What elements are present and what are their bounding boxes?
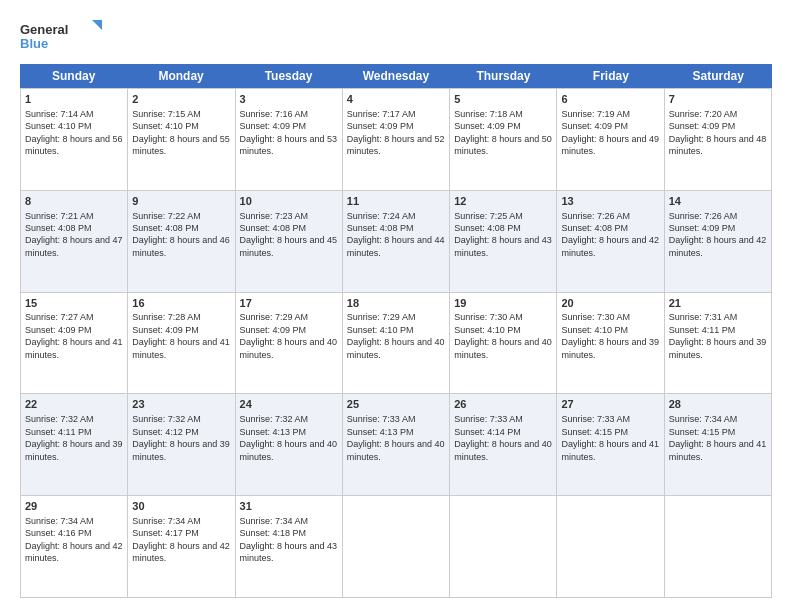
day-cell-4: 4Sunrise: 7:17 AMSunset: 4:09 PMDaylight… [343, 89, 450, 190]
sunrise-info: Sunrise: 7:31 AM [669, 312, 738, 322]
daylight-info: Daylight: 8 hours and 46 minutes. [132, 235, 230, 257]
daylight-info: Daylight: 8 hours and 39 minutes. [132, 439, 230, 461]
sunset-info: Sunset: 4:09 PM [561, 121, 628, 131]
empty-cell [450, 496, 557, 597]
daylight-info: Daylight: 8 hours and 40 minutes. [347, 439, 445, 461]
day-number: 3 [240, 92, 338, 107]
empty-cell [665, 496, 772, 597]
sunrise-info: Sunrise: 7:34 AM [669, 414, 738, 424]
sunset-info: Sunset: 4:08 PM [454, 223, 521, 233]
day-number: 7 [669, 92, 767, 107]
sunrise-info: Sunrise: 7:29 AM [347, 312, 416, 322]
day-number: 9 [132, 194, 230, 209]
day-number: 6 [561, 92, 659, 107]
sunrise-info: Sunrise: 7:30 AM [561, 312, 630, 322]
day-cell-8: 8Sunrise: 7:21 AMSunset: 4:08 PMDaylight… [21, 191, 128, 292]
daylight-info: Daylight: 8 hours and 41 minutes. [25, 337, 123, 359]
day-cell-27: 27Sunrise: 7:33 AMSunset: 4:15 PMDayligh… [557, 394, 664, 495]
daylight-info: Daylight: 8 hours and 41 minutes. [669, 439, 767, 461]
day-number: 10 [240, 194, 338, 209]
day-cell-28: 28Sunrise: 7:34 AMSunset: 4:15 PMDayligh… [665, 394, 772, 495]
day-cell-2: 2Sunrise: 7:15 AMSunset: 4:10 PMDaylight… [128, 89, 235, 190]
sunset-info: Sunset: 4:15 PM [561, 427, 628, 437]
sunrise-info: Sunrise: 7:26 AM [669, 211, 738, 221]
weekday-header-sunday: Sunday [20, 64, 127, 88]
day-cell-6: 6Sunrise: 7:19 AMSunset: 4:09 PMDaylight… [557, 89, 664, 190]
calendar-row-1: 1Sunrise: 7:14 AMSunset: 4:10 PMDaylight… [20, 88, 772, 190]
day-number: 18 [347, 296, 445, 311]
day-number: 25 [347, 397, 445, 412]
day-cell-31: 31Sunrise: 7:34 AMSunset: 4:18 PMDayligh… [236, 496, 343, 597]
day-number: 11 [347, 194, 445, 209]
daylight-info: Daylight: 8 hours and 42 minutes. [132, 541, 230, 563]
daylight-info: Daylight: 8 hours and 39 minutes. [669, 337, 767, 359]
sunset-info: Sunset: 4:09 PM [132, 325, 199, 335]
calendar-row-3: 15Sunrise: 7:27 AMSunset: 4:09 PMDayligh… [20, 292, 772, 394]
daylight-info: Daylight: 8 hours and 39 minutes. [561, 337, 659, 359]
sunrise-info: Sunrise: 7:21 AM [25, 211, 94, 221]
day-number: 14 [669, 194, 767, 209]
daylight-info: Daylight: 8 hours and 41 minutes. [561, 439, 659, 461]
sunrise-info: Sunrise: 7:34 AM [132, 516, 201, 526]
day-cell-12: 12Sunrise: 7:25 AMSunset: 4:08 PMDayligh… [450, 191, 557, 292]
sunset-info: Sunset: 4:13 PM [240, 427, 307, 437]
daylight-info: Daylight: 8 hours and 42 minutes. [561, 235, 659, 257]
sunset-info: Sunset: 4:14 PM [454, 427, 521, 437]
day-number: 17 [240, 296, 338, 311]
day-cell-10: 10Sunrise: 7:23 AMSunset: 4:08 PMDayligh… [236, 191, 343, 292]
daylight-info: Daylight: 8 hours and 56 minutes. [25, 134, 123, 156]
daylight-info: Daylight: 8 hours and 41 minutes. [132, 337, 230, 359]
sunset-info: Sunset: 4:08 PM [240, 223, 307, 233]
sunrise-info: Sunrise: 7:15 AM [132, 109, 201, 119]
sunset-info: Sunset: 4:09 PM [240, 121, 307, 131]
sunset-info: Sunset: 4:09 PM [25, 325, 92, 335]
day-number: 13 [561, 194, 659, 209]
logo: General Blue [20, 18, 110, 54]
sunrise-info: Sunrise: 7:24 AM [347, 211, 416, 221]
sunrise-info: Sunrise: 7:32 AM [240, 414, 309, 424]
day-cell-19: 19Sunrise: 7:30 AMSunset: 4:10 PMDayligh… [450, 293, 557, 394]
svg-text:Blue: Blue [20, 36, 48, 51]
sunset-info: Sunset: 4:10 PM [561, 325, 628, 335]
day-number: 30 [132, 499, 230, 514]
day-cell-16: 16Sunrise: 7:28 AMSunset: 4:09 PMDayligh… [128, 293, 235, 394]
day-cell-17: 17Sunrise: 7:29 AMSunset: 4:09 PMDayligh… [236, 293, 343, 394]
sunrise-info: Sunrise: 7:28 AM [132, 312, 201, 322]
sunrise-info: Sunrise: 7:23 AM [240, 211, 309, 221]
weekday-header-monday: Monday [127, 64, 234, 88]
day-number: 27 [561, 397, 659, 412]
daylight-info: Daylight: 8 hours and 42 minutes. [25, 541, 123, 563]
day-number: 12 [454, 194, 552, 209]
sunset-info: Sunset: 4:13 PM [347, 427, 414, 437]
sunset-info: Sunset: 4:11 PM [669, 325, 736, 335]
sunset-info: Sunset: 4:09 PM [669, 121, 736, 131]
logo-svg: General Blue [20, 18, 110, 54]
daylight-info: Daylight: 8 hours and 48 minutes. [669, 134, 767, 156]
daylight-info: Daylight: 8 hours and 40 minutes. [240, 439, 338, 461]
sunrise-info: Sunrise: 7:26 AM [561, 211, 630, 221]
day-number: 8 [25, 194, 123, 209]
sunrise-info: Sunrise: 7:19 AM [561, 109, 630, 119]
sunset-info: Sunset: 4:17 PM [132, 528, 199, 538]
sunrise-info: Sunrise: 7:17 AM [347, 109, 416, 119]
calendar-body: 1Sunrise: 7:14 AMSunset: 4:10 PMDaylight… [20, 88, 772, 598]
weekday-header-wednesday: Wednesday [342, 64, 449, 88]
day-number: 23 [132, 397, 230, 412]
day-cell-18: 18Sunrise: 7:29 AMSunset: 4:10 PMDayligh… [343, 293, 450, 394]
day-cell-7: 7Sunrise: 7:20 AMSunset: 4:09 PMDaylight… [665, 89, 772, 190]
daylight-info: Daylight: 8 hours and 40 minutes. [240, 337, 338, 359]
calendar: SundayMondayTuesdayWednesdayThursdayFrid… [20, 64, 772, 598]
sunrise-info: Sunrise: 7:22 AM [132, 211, 201, 221]
daylight-info: Daylight: 8 hours and 49 minutes. [561, 134, 659, 156]
day-number: 16 [132, 296, 230, 311]
day-cell-3: 3Sunrise: 7:16 AMSunset: 4:09 PMDaylight… [236, 89, 343, 190]
day-cell-9: 9Sunrise: 7:22 AMSunset: 4:08 PMDaylight… [128, 191, 235, 292]
day-cell-1: 1Sunrise: 7:14 AMSunset: 4:10 PMDaylight… [21, 89, 128, 190]
daylight-info: Daylight: 8 hours and 40 minutes. [347, 337, 445, 359]
sunrise-info: Sunrise: 7:34 AM [240, 516, 309, 526]
daylight-info: Daylight: 8 hours and 44 minutes. [347, 235, 445, 257]
daylight-info: Daylight: 8 hours and 55 minutes. [132, 134, 230, 156]
sunset-info: Sunset: 4:12 PM [132, 427, 199, 437]
daylight-info: Daylight: 8 hours and 42 minutes. [669, 235, 767, 257]
day-number: 26 [454, 397, 552, 412]
